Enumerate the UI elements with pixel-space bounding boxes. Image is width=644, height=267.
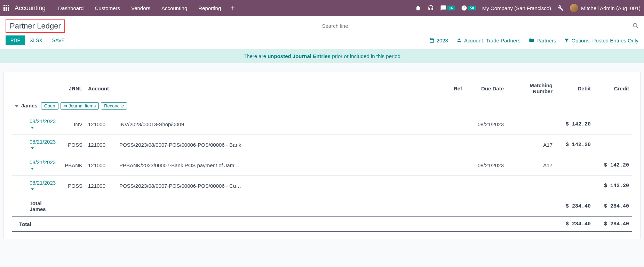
alert-bold: unposted Journal Entries xyxy=(268,53,331,59)
cell-due xyxy=(465,176,507,196)
cell-jrnl: PBANK xyxy=(61,155,85,176)
report-area: JRNL Account Ref Due Date Matching Numbe… xyxy=(0,63,644,248)
grand-credit: $ 284.40 xyxy=(594,217,632,232)
report-card: JRNL Account Ref Due Date Matching Numbe… xyxy=(3,72,641,239)
filter-options-label: Options: Posted Entries Only xyxy=(571,38,638,43)
activities-badge: 50 xyxy=(468,6,476,10)
cell-match: A17 xyxy=(507,155,555,176)
avatar xyxy=(570,4,578,12)
cell-ref: POSS/2023/08/0007-POS/00006-POS/00006 - … xyxy=(117,176,465,196)
total-label: Total James xyxy=(12,196,61,217)
systray: 16 50 My Company (San Francisco) Mitchel… xyxy=(415,4,641,12)
cell-ref: PPBANK/2023/00007-Bank POS payment of Ja… xyxy=(117,155,465,176)
open-button[interactable]: Open xyxy=(41,102,58,110)
cell-credit xyxy=(594,135,632,155)
partner-name: James xyxy=(21,103,38,108)
caret-icon[interactable] xyxy=(15,105,18,107)
col-debit: Debit xyxy=(555,79,594,98)
cell-jrnl: INV xyxy=(61,114,85,135)
cell-match xyxy=(507,114,555,135)
cell-due: 08/21/2023 xyxy=(465,155,507,176)
total-credit: $ 284.40 xyxy=(594,196,632,217)
col-match: Matching Number xyxy=(507,79,555,98)
cell-match xyxy=(507,176,555,196)
table-row: 08/21/2023PBANK121000PPBANK/2023/00007-B… xyxy=(12,155,632,176)
menu-reporting[interactable]: Reporting xyxy=(193,1,226,15)
cell-credit xyxy=(594,114,632,135)
search-icon[interactable] xyxy=(632,22,638,30)
cell-due xyxy=(465,135,507,155)
table-row: 08/21/2023POSS121000POSS/2023/08/0007-PO… xyxy=(12,176,632,196)
table-row: 08/21/2023INV121000INV/2023/00013-Shop/0… xyxy=(12,114,632,135)
xlsx-button[interactable]: XLSX xyxy=(25,35,47,45)
messages-badge: 16 xyxy=(447,6,455,10)
cell-account: 121000 xyxy=(85,176,117,196)
search-box xyxy=(322,21,639,31)
company-switcher[interactable]: My Company (San Francisco) xyxy=(482,5,551,11)
menu-vendors[interactable]: Vendors xyxy=(126,1,156,15)
journal-items-button[interactable]: ⇒ Journal Items xyxy=(61,102,99,110)
col-credit: Credit xyxy=(594,79,632,98)
filter-partners-label: Partners xyxy=(536,38,556,43)
date-link[interactable]: 08/21/2023 xyxy=(30,139,56,151)
menu-dashboard[interactable]: Dashboard xyxy=(53,1,89,15)
apps-icon[interactable] xyxy=(3,5,10,11)
cell-match: A17 xyxy=(507,135,555,155)
grand-total-row: Total$ 284.40$ 284.40 xyxy=(12,217,632,232)
filter-partners[interactable]: Partners xyxy=(529,38,556,43)
filter-date-label: 2023 xyxy=(437,38,448,43)
search-input[interactable] xyxy=(322,23,633,29)
table-row: 08/21/2023POSS121000POSS/2023/08/0007-PO… xyxy=(12,135,632,155)
cell-debit xyxy=(555,176,594,196)
total-debit: $ 284.40 xyxy=(555,196,594,217)
date-link[interactable]: 08/21/2023 xyxy=(30,159,56,171)
menu-accounting[interactable]: Accounting xyxy=(156,1,193,15)
cell-ref: INV/2023/00013-Shop/0009 xyxy=(117,114,465,135)
cell-debit xyxy=(555,155,594,176)
grand-debit: $ 284.40 xyxy=(555,217,594,232)
user-menu[interactable]: Mitchell Admin (Aug_001) xyxy=(570,4,641,12)
partner-total-row: Total James$ 284.40$ 284.40 xyxy=(12,196,632,217)
messages-icon[interactable]: 16 xyxy=(440,5,455,11)
filter-account-label: Account: Trade Partners xyxy=(464,38,520,43)
alert-post: prior or included in this period xyxy=(331,53,400,59)
col-account: Account xyxy=(85,79,117,98)
page-title: Partner Ledger xyxy=(6,19,65,33)
cell-debit: $ 142.20 xyxy=(555,114,594,135)
filter-account[interactable]: Account: Trade Partners xyxy=(456,38,520,43)
svg-point-0 xyxy=(633,23,637,27)
grand-total-label: Total xyxy=(12,217,61,232)
cell-credit: $ 142.20 xyxy=(594,176,632,196)
cell-jrnl: POSS xyxy=(61,176,85,196)
save-button[interactable]: SAVE xyxy=(47,35,70,45)
cell-account: 121000 xyxy=(85,155,117,176)
bug-icon[interactable] xyxy=(415,5,421,11)
export-buttons: PDF XLSX SAVE xyxy=(6,35,70,45)
pdf-button[interactable]: PDF xyxy=(6,35,25,45)
cell-jrnl: POSS xyxy=(61,135,85,155)
activities-icon[interactable]: 50 xyxy=(461,5,476,11)
cell-debit: $ 142.20 xyxy=(555,135,594,155)
top-nav: Accounting Dashboard Customers Vendors A… xyxy=(0,0,644,16)
date-link[interactable]: 08/21/2023 xyxy=(30,180,56,192)
support-icon[interactable] xyxy=(428,5,434,11)
cell-credit: $ 142.20 xyxy=(594,155,632,176)
debug-tools-icon[interactable] xyxy=(557,5,564,11)
svg-line-1 xyxy=(636,26,637,27)
menu-customers[interactable]: Customers xyxy=(89,1,126,15)
col-due: Due Date xyxy=(465,79,507,98)
filter-date[interactable]: 2023 xyxy=(429,38,448,43)
app-brand[interactable]: Accounting xyxy=(15,5,46,12)
cell-account: 121000 xyxy=(85,114,117,135)
reconcile-button[interactable]: Reconcile xyxy=(101,102,127,110)
cell-account: 121000 xyxy=(85,135,117,155)
col-jrnl: JRNL xyxy=(61,79,85,98)
cell-ref: POSS/2023/08/0007-POS/00006-POS/00006 - … xyxy=(117,135,465,155)
alert-pre: There are xyxy=(244,53,268,59)
cell-due: 08/21/2023 xyxy=(465,114,507,135)
main-menu: Dashboard Customers Vendors Accounting R… xyxy=(53,1,226,15)
unposted-alert[interactable]: There are unposted Journal Entries prior… xyxy=(0,49,644,63)
filter-options[interactable]: Options: Posted Entries Only xyxy=(564,38,638,43)
date-link[interactable]: 08/21/2023 xyxy=(30,118,56,130)
new-icon[interactable]: + xyxy=(226,4,239,12)
